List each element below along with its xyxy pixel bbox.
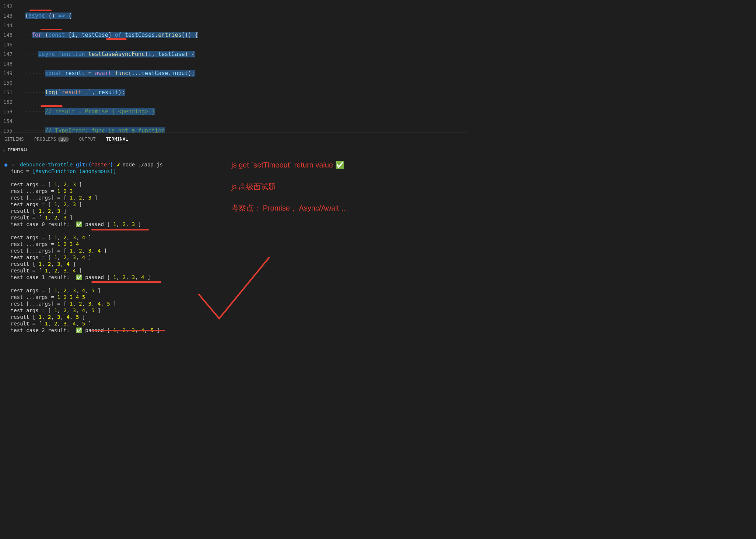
annotation-text-2: js 高级面试题 — [231, 182, 276, 192]
code-line-146[interactable]: ······log(`result =`,·result); — [25, 88, 467, 97]
line-gutter: 142 143 144 145 146 147 148 149 150 151 … — [0, 0, 18, 133]
problems-badge: 38 — [58, 137, 69, 142]
panel-tabs: GITLENS PROBLEMS38 OUTPUT TERMINAL — [0, 133, 467, 145]
code-line-148[interactable]: ······// TypeError: func is not a functi… — [25, 126, 467, 133]
annotation-underline-async2 — [41, 29, 62, 30]
tab-gitlens[interactable]: GITLENS — [3, 134, 25, 144]
chevron-down-icon[interactable]: ⌄ — [3, 148, 6, 152]
code-line-145[interactable]: ······const·result·=·await·func(...testC… — [25, 68, 467, 78]
code-content[interactable]: (async·()·=>·{ ··for·(const·[i,·testCase… — [18, 0, 467, 133]
tab-problems[interactable]: PROBLEMS38 — [33, 134, 70, 144]
tab-output[interactable]: OUTPUT — [78, 134, 97, 144]
code-line-142[interactable]: (async·()·=>·{ — [25, 11, 467, 21]
annotation-underline-async — [29, 10, 52, 11]
code-line-143[interactable]: ··for·(const·[i,·testCase]·of·testCases.… — [25, 30, 467, 40]
annotation-underline-await2 — [41, 105, 63, 107]
terminal-header-label: TERMINAL — [8, 148, 29, 152]
terminal-header[interactable]: ⌄ TERMINAL — [0, 145, 467, 155]
annotation-underline-await — [106, 38, 127, 40]
editor-pane[interactable]: 142 143 144 145 146 147 148 149 150 151 … — [0, 0, 467, 133]
annotation-underline-passed2 — [91, 330, 165, 331]
annotation-text-1: js get `setTimeout` return value ✅ — [231, 161, 344, 169]
annotation-text-3: 考察点： Promise， Async/Await … — [231, 203, 348, 213]
annotation-underline-passed0 — [91, 229, 149, 230]
code-line-144[interactable]: ····async·function·testCaseAsyncFunc(i,·… — [25, 49, 467, 59]
annotation-checkmark-icon — [192, 254, 273, 324]
annotation-underline-passed1 — [91, 281, 161, 283]
code-line-147[interactable]: ······// result = Promise { <pending> } — [25, 107, 467, 116]
tab-terminal[interactable]: TERMINAL — [105, 134, 130, 144]
